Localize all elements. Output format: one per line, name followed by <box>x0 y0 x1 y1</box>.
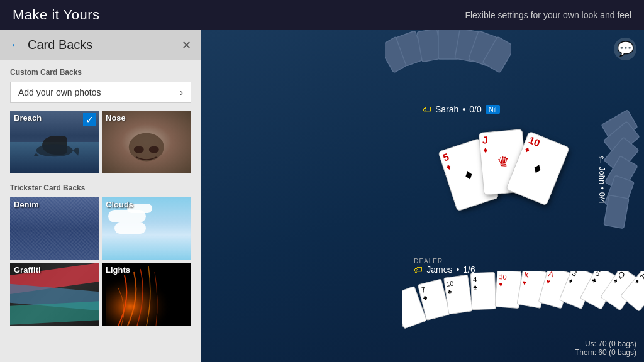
svg-text:10: 10 <box>445 279 454 288</box>
back-button[interactable]: ← <box>10 38 21 52</box>
svg-text:10: 10 <box>499 273 507 281</box>
trickster-section-label: Trickster Card Backs <box>10 184 191 192</box>
card-thumb-graffiti[interactable]: Graffiti <box>10 263 99 326</box>
add-photos-label: Add your own photos <box>18 87 101 97</box>
svg-text:4: 4 <box>473 275 477 283</box>
sidebar-content: Custom Card Backs Add your own photos › <box>0 60 201 343</box>
dealer-label: DEALER <box>414 258 443 265</box>
sarah-name: Sarah <box>435 104 458 114</box>
feedback-button[interactable]: 💬 <box>614 38 636 60</box>
svg-point-1 <box>129 133 164 162</box>
breach-check: ✓ <box>83 113 96 126</box>
right-cards-fan <box>581 106 644 234</box>
john-bookmark: 🏷 <box>598 156 608 164</box>
denim-label: Denim <box>14 200 39 209</box>
card-thumb-nose[interactable]: Nose <box>102 111 191 173</box>
james-player-info: DEALER 🏷 James • 1/6 <box>414 258 443 265</box>
game-area: 💬 🏷 Sarah • 0/0 <box>201 30 644 362</box>
app-subtitle: Flexible settings for your own look and … <box>465 10 631 20</box>
sidebar-title: Card Backs <box>28 38 92 52</box>
sidebar-header: ← Card Backs ✕ <box>0 30 201 60</box>
card-thumb-denim[interactable]: Denim <box>10 197 99 260</box>
custom-section-label: Custom Card Backs <box>10 68 191 77</box>
card-thumb-breach[interactable]: Breach ✓ <box>10 111 99 173</box>
score-area: Us: 70 (0 bags) Them: 60 (0 bags) <box>575 339 636 357</box>
add-photos-arrow: › <box>180 87 183 97</box>
graffiti-label: Graffiti <box>14 265 41 275</box>
trickster-card-grid: Denim Clouds <box>10 197 191 326</box>
card-jd-center: ♛ <box>496 153 510 171</box>
main-layout: ← Card Backs ✕ Custom Card Backs Add you… <box>0 30 644 362</box>
clouds-label: Clouds <box>106 200 133 209</box>
svg-text:♥: ♥ <box>499 281 503 288</box>
lights-label: Lights <box>106 265 130 275</box>
sidebar: ← Card Backs ✕ Custom Card Backs Add you… <box>0 30 201 362</box>
custom-card-grid: Breach ✓ Nose <box>10 111 191 173</box>
close-button[interactable]: ✕ <box>182 38 191 52</box>
card-thumb-clouds[interactable]: Clouds <box>102 197 191 260</box>
breach-label: Breach <box>14 113 42 123</box>
nose-label: Nose <box>106 113 126 123</box>
john-score-sep: • <box>598 187 608 190</box>
card-10d-center: ♦ <box>531 159 545 178</box>
top-cards-fan <box>385 30 511 86</box>
card-5d-center: ♦ <box>462 165 475 184</box>
card-thumb-lights[interactable]: Lights <box>102 263 191 326</box>
john-player-info: 🏷 John • 0/4 <box>598 156 608 204</box>
score-them: Them: 60 (0 bags) <box>575 348 636 357</box>
sarah-score: • <box>462 104 465 114</box>
score-us: Us: 70 (0 bags) <box>575 339 636 348</box>
sarah-bookmark: 🏷 <box>423 104 431 114</box>
svg-point-2 <box>134 146 144 153</box>
sarah-nil-badge: Nil <box>486 105 500 114</box>
john-score: 0/4 <box>598 192 608 203</box>
sarah-score-val: 0/0 <box>469 104 481 114</box>
add-photos-button[interactable]: Add your own photos › <box>10 82 191 103</box>
app-header: Make it Yours Flexible settings for your… <box>0 0 644 30</box>
app-title: Make it Yours <box>13 7 100 23</box>
svg-point-3 <box>149 146 159 153</box>
john-name: John <box>598 167 608 184</box>
svg-text:♣: ♣ <box>473 283 477 290</box>
sidebar-header-left: ← Card Backs <box>10 38 92 52</box>
svg-point-0 <box>36 144 73 156</box>
